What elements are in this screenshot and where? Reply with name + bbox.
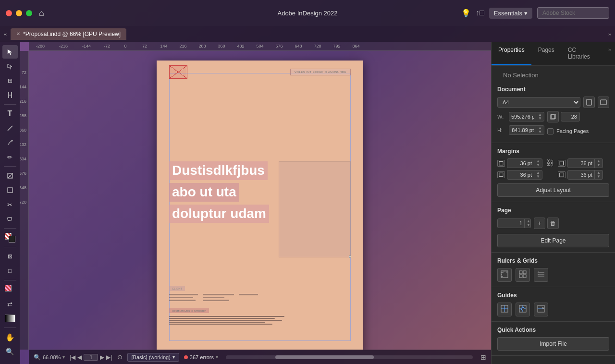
edit-page-button[interactable]: Edit Page [497,234,609,247]
tab-bar: « ✕ *Proposal.indd @ 66% [GPU Preview] » [0,26,615,42]
first-page-button[interactable]: |◀ [70,354,75,361]
top-margin-spin-down[interactable]: ▼ [535,163,541,167]
zoom-level[interactable]: 66.08% [43,354,61,360]
width-spin-down[interactable]: ▼ [537,117,543,121]
horizontal-scrollbar[interactable] [226,355,473,359]
page-spin-down[interactable]: ▼ [526,223,531,227]
swap-icon[interactable]: ⇄ [2,297,18,311]
zoom-tool[interactable]: 🔍 [2,345,18,358]
ruler-toggle-button[interactable] [497,268,512,282]
right-margin-input[interactable] [568,159,594,168]
panel-expand-icon[interactable]: » [608,31,611,37]
screen-mode-btn[interactable]: □ [2,264,18,278]
add-page-button[interactable]: + [534,218,545,229]
width-input[interactable] [509,112,536,121]
clear-guides-button[interactable] [534,303,548,316]
bottom-margin-spin-down[interactable]: ▼ [535,175,541,179]
chain-link-icon[interactable]: ⛓ [544,159,556,168]
working-mode-badge[interactable]: [Basic] (working) ▾ [127,353,179,362]
preflight-icon[interactable]: ⊙ [117,353,123,361]
type-tool[interactable]: T [2,107,18,121]
adobe-stock-search[interactable] [537,7,609,19]
essentials-button[interactable]: Essentials ▾ [489,8,532,19]
height-spin-down[interactable]: ▼ [537,130,543,134]
width-label: W: [497,114,506,120]
ruler-mark: 576 [270,44,289,49]
close-button[interactable] [6,10,12,16]
document-grid-button[interactable] [516,268,530,282]
page-number-input[interactable] [84,354,98,361]
next-page-button[interactable]: ▶ [100,354,104,361]
page-tool[interactable]: ⊞ [2,74,18,87]
free-transform-tool[interactable] [2,212,18,226]
page-header: VOLES INT EXCEPIO AMUSUNDE [169,65,351,79]
svg-rect-31 [519,275,522,278]
notification-icon[interactable]: 💡 [461,9,471,18]
text-line [203,300,229,301]
bottom-margin-input[interactable] [507,170,534,179]
fill-stroke-indicator[interactable] [2,283,18,296]
home-icon[interactable]: ⌂ [39,8,44,18]
app-title: Adobe InDesign 2022 [277,10,337,17]
corner-handle[interactable] [349,255,351,258]
zoom-dropdown-icon[interactable]: ▾ [62,354,65,360]
pencil-tool[interactable]: ✏ [2,150,18,164]
last-page-button[interactable]: ▶| [106,354,112,361]
fullscreen-button[interactable] [26,10,32,16]
pages-count-input[interactable] [561,112,580,121]
gap-tool[interactable] [2,88,18,102]
canvas-content[interactable]: VOLES INT EXCEPIO AMUSUNDE Dustisdlkfjbu… [29,51,491,350]
big-text-line3: doluptur udam [169,205,269,223]
view-mode-btn[interactable]: ⊠ [2,250,18,263]
landscape-icon[interactable] [598,97,609,108]
apply-gradient[interactable] [2,312,18,325]
direct-selection-tool[interactable] [2,60,18,73]
layout-view-button[interactable]: ⊞ [480,353,486,361]
import-file-button[interactable]: Import File [497,337,609,351]
bottom-margin-row: ▲▼ ⛓ ▲▼ [497,170,609,180]
tab-properties[interactable]: Properties [492,42,531,65]
delete-page-button[interactable]: 🗑 [547,218,559,229]
line-tool[interactable] [2,121,18,135]
page-number-field[interactable] [498,219,524,228]
error-badge[interactable]: 367 errors ▾ [184,354,218,360]
tab-close-icon[interactable]: ✕ [16,31,20,36]
svg-point-43 [521,307,524,310]
left-margin-input[interactable] [568,170,594,179]
height-input[interactable] [509,126,536,134]
pen-tool[interactable] [2,136,18,149]
hand-tool[interactable]: ✋ [2,330,18,344]
panel-expand-icon[interactable]: » [604,42,615,65]
left-toolbar: ⊞ T ✏ ✂ [0,42,20,364]
width-row: W: ▲ ▼ [497,111,609,122]
ruler-top: -288 -216 -144 -72 0 72 144 216 288 360 … [29,42,491,51]
left-margin-spin-down[interactable]: ▼ [596,175,602,179]
share-icon[interactable]: ↑□ [476,9,484,17]
facing-pages-checkbox[interactable] [547,128,554,134]
adjust-layout-button[interactable]: Adjust Layout [497,183,609,197]
prev-page-button[interactable]: ◀ [77,354,82,361]
create-guides-button[interactable] [497,303,512,316]
top-margin-row: ▲▼ ⛓ ▲▼ [497,158,609,168]
working-mode-label: [Basic] (working) [132,354,171,360]
text-line [169,300,196,301]
sidebar-collapse-icon[interactable]: « [4,31,7,37]
right-margin-spin-down[interactable]: ▼ [596,163,602,167]
baseline-grid-button[interactable] [534,268,548,282]
document-tab[interactable]: ✕ *Proposal.indd @ 66% [GPU Preview] [11,28,126,40]
selection-tool[interactable] [2,45,18,59]
minimize-button[interactable] [16,10,22,16]
rectangle-frame-tool[interactable] [2,169,18,182]
ruler-mark: -216 [52,44,75,49]
scissors-tool[interactable]: ✂ [2,198,18,211]
tab-cc-libraries[interactable]: CC Libraries [561,42,604,65]
portrait-icon[interactable] [583,97,595,108]
zoom-control[interactable]: 🔍 66.08% ▾ [34,354,65,361]
client-label: CLIENT [169,286,185,291]
rectangle-tool[interactable] [2,183,18,197]
tab-pages[interactable]: Pages [531,42,561,65]
color-swatch-checker[interactable] [2,231,18,244]
top-margin-input[interactable] [507,159,534,168]
lock-guides-button[interactable] [516,303,530,316]
page-size-select[interactable]: A4 [497,97,580,108]
